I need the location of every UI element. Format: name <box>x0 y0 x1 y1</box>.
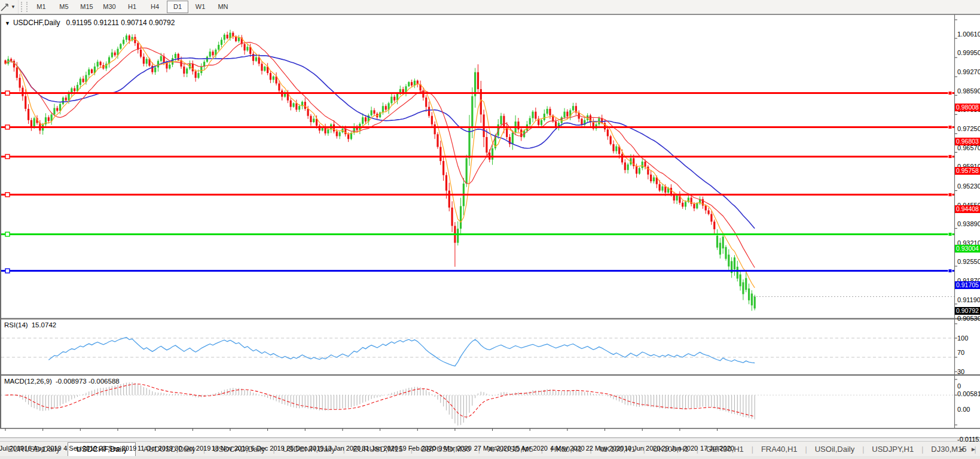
rsi-axis-label: 100 <box>957 335 980 342</box>
toolbar-grip[interactable] <box>21 2 28 12</box>
macd-axis-label: 0.00 <box>957 406 980 413</box>
rsi-name: RSI(14) <box>4 321 28 329</box>
timeframe-button-M30[interactable]: M30 <box>99 1 120 13</box>
level-price-badge: 0.98008 <box>955 104 980 111</box>
tool-dropdown-icon[interactable]: ▼ <box>11 4 16 10</box>
price-axis-label: 0.92550 <box>957 258 980 265</box>
price-axis-label: 0.98590 <box>957 87 980 95</box>
macd-axis-label: 0.005818 <box>957 390 980 397</box>
price-axis-label: 0.91190 <box>957 296 980 303</box>
timeframe-button-MN[interactable]: MN <box>212 1 234 13</box>
rsi-axis-label: 30 <box>957 368 980 375</box>
timeframe-button-D1[interactable]: D1 <box>167 1 188 13</box>
current-price-badge: 0.90792 <box>955 307 980 315</box>
price-axis-label: 1.00610 <box>957 31 980 38</box>
tab-scroll-left-button[interactable]: ◄ <box>958 446 964 452</box>
window-bottom-edge <box>0 456 980 459</box>
macd-indicator-label: MACD(12,26,9)-0.008973 -0.006588 <box>4 378 120 385</box>
tab-fra40-h1[interactable]: FRA40,H1 <box>753 442 805 456</box>
crosshair-icon <box>0 2 10 12</box>
timeframe-button-M1[interactable]: M1 <box>30 1 52 13</box>
timeframe-button-H1[interactable]: H1 <box>121 1 143 13</box>
symbol-dropdown-icon[interactable]: ▼ <box>5 20 10 26</box>
top-toolbar: ▼ M1M5M15M30H1H4D1W1MN <box>0 0 980 14</box>
price-axis-label: 0.95230 <box>957 183 980 190</box>
level-price-badge: 0.95758 <box>955 167 980 175</box>
tab-scroll-right-button[interactable]: ► <box>970 446 976 452</box>
level-price-badge: 0.91705 <box>955 281 980 289</box>
price-axis-label: 0.90530 <box>957 315 980 322</box>
timeframe-button-W1[interactable]: W1 <box>190 1 211 13</box>
crosshair-tool-button[interactable]: ▼ <box>0 0 19 14</box>
rsi-axis-label: 70 <box>957 349 980 356</box>
tab-china300-h4[interactable]: CHINA300,H4 <box>976 442 980 456</box>
chart-window: ▼USDCHF,Daily0.91195 0.91211 0.90714 0.9… <box>0 14 980 438</box>
timeframe-button-M15[interactable]: M15 <box>76 1 97 13</box>
price-axis-label: 0.93890 <box>957 220 980 227</box>
price-axis-label: 0.97250 <box>957 125 980 132</box>
timeframe-button-M5[interactable]: M5 <box>53 1 75 13</box>
timeframe-button-group: M1M5M15M30H1H4D1W1MN <box>30 1 234 13</box>
macd-name: MACD(12,26,9) <box>4 378 52 385</box>
level-price-badge: 0.96803 <box>955 138 980 145</box>
price-axis-label: 0.99270 <box>957 68 980 75</box>
level-price-badge: 0.94408 <box>955 205 980 213</box>
price-axis-label: 0.96570 <box>957 144 980 151</box>
rsi-indicator-label: RSI(14)15.0742 <box>4 321 56 329</box>
rsi-value: 15.0742 <box>32 321 57 329</box>
ohlc-quote-values: 0.91195 0.91211 0.90714 0.90792 <box>66 19 175 27</box>
rsi-axis-label: 0 <box>957 382 980 390</box>
chart-symbol-timeframe: USDCHF,Daily <box>13 19 60 27</box>
tab-usdjpy-h1[interactable]: USDJPY,H1 <box>864 442 921 456</box>
level-price-badge: 0.93004 <box>955 245 980 253</box>
chart-title: ▼USDCHF,Daily0.91195 0.91211 0.90714 0.9… <box>5 19 175 27</box>
date-axis-label: 17 Jul 2020 <box>694 445 741 452</box>
tab-usoil-daily[interactable]: USOil,Daily <box>807 442 862 456</box>
macd-axis-label: -0.011514 <box>957 436 980 443</box>
price-axis-label: 0.99950 <box>957 49 980 56</box>
timeframe-button-H4[interactable]: H4 <box>144 1 166 13</box>
macd-values: -0.008973 -0.006588 <box>56 378 120 385</box>
chart-canvas[interactable] <box>0 14 980 438</box>
trading-terminal-window: { "icons": { "dropdown": "▼", "scroll_le… <box>0 0 980 459</box>
